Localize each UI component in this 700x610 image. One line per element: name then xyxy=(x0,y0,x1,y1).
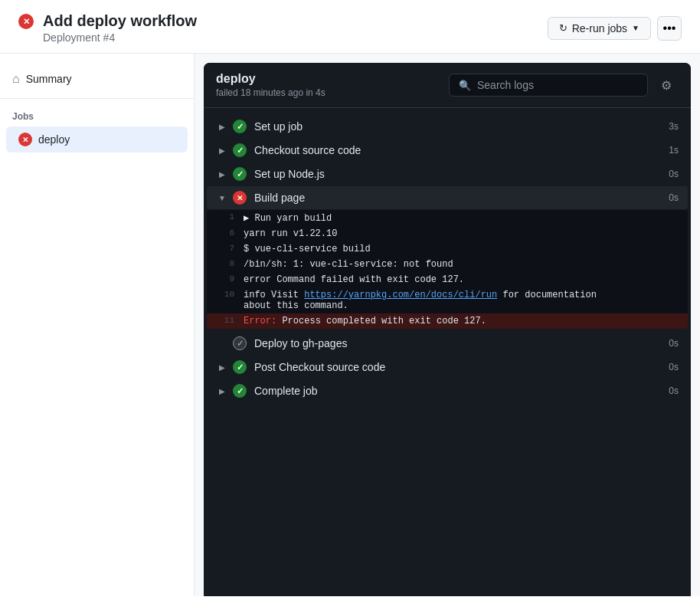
line-number: 9 xyxy=(207,273,244,285)
step-time-setup-job: 3s xyxy=(669,121,679,132)
step-skipped-icon xyxy=(233,336,247,350)
step-name-deploy-gh-pages: Deploy to gh-pages xyxy=(254,337,662,349)
line-content: /bin/sh: 1: vue-cli-service: not found xyxy=(244,257,688,271)
line-content: Error: Process completed with exit code … xyxy=(244,314,688,328)
step-time-post-checkout: 0s xyxy=(669,362,679,372)
log-header-controls: 🔍 ⚙ xyxy=(449,73,679,97)
sidebar-item-summary[interactable]: ⌂ Summary xyxy=(0,66,194,92)
error-label: Error: xyxy=(244,316,276,326)
more-options-button[interactable]: ••• xyxy=(657,16,682,41)
log-title-group: deploy failed 18 minutes ago in 4s xyxy=(216,72,325,98)
deploy-job-label: deploy xyxy=(38,133,70,146)
main-content: deploy failed 18 minutes ago in 4s 🔍 ⚙ xyxy=(195,54,700,596)
log-panel-header: deploy failed 18 minutes ago in 4s 🔍 ⚙ xyxy=(204,63,691,108)
rerun-dropdown-arrow: ▼ xyxy=(632,24,639,32)
step-error-icon xyxy=(233,191,247,205)
chevron-right-icon: ▶ xyxy=(216,168,228,180)
log-line-7: 7 $ vue-cli-service build xyxy=(207,241,688,257)
line-number: 8 xyxy=(207,257,244,270)
rerun-label: Re-run jobs xyxy=(572,22,627,34)
chevron-down-icon: ▼ xyxy=(216,192,228,204)
chevron-right-icon: ▶ xyxy=(216,361,228,373)
rerun-icon: ↻ xyxy=(559,22,568,34)
log-job-status: failed 18 minutes ago in 4s xyxy=(216,87,325,98)
step-success-icon xyxy=(233,384,247,398)
step-name-complete-job: Complete job xyxy=(254,385,662,397)
line-number: 6 xyxy=(207,227,244,239)
log-line-9: 9 error Command failed with exit code 12… xyxy=(207,272,688,287)
log-settings-button[interactable]: ⚙ xyxy=(654,73,679,97)
step-time-build-page: 0s xyxy=(669,192,679,203)
log-job-name: deploy xyxy=(216,72,325,86)
log-body: ▶ Set up job 3s ▶ Checkout source code 1… xyxy=(204,108,691,596)
sidebar-item-deploy[interactable]: deploy xyxy=(6,126,188,152)
log-line-10: 10 info Visit https://yarnpkg.com/en/doc… xyxy=(207,287,688,313)
line-number: 7 xyxy=(207,242,244,254)
step-name-setup-job: Set up job xyxy=(254,120,662,133)
line-content: error Command failed with exit code 127. xyxy=(244,273,688,287)
chevron-right-icon: ▶ xyxy=(216,385,228,397)
line-content: ▶ Run yarn build xyxy=(244,211,688,225)
step-setup-job[interactable]: ▶ Set up job 3s xyxy=(207,115,688,138)
chevron-right-icon: ▶ xyxy=(216,144,228,156)
gear-icon: ⚙ xyxy=(661,78,672,93)
search-logs-input[interactable] xyxy=(477,79,638,91)
step-success-icon xyxy=(233,120,247,133)
log-line-8: 8 /bin/sh: 1: vue-cli-service: not found xyxy=(207,257,688,272)
step-checkout[interactable]: ▶ Checkout source code 1s xyxy=(207,139,688,162)
header-title-group: Add deploy workflow Deployment #4 xyxy=(43,12,197,44)
main-layout: ⌂ Summary Jobs deploy deploy failed 18 m… xyxy=(0,54,700,596)
page-header: Add deploy workflow Deployment #4 ↻ Re-r… xyxy=(0,0,700,54)
search-logs-box[interactable]: 🔍 xyxy=(449,74,648,97)
step-setup-node[interactable]: ▶ Set up Node.js 0s xyxy=(207,162,688,185)
step-time-checkout: 1s xyxy=(669,145,679,156)
step-build-page[interactable]: ▼ Build page 0s xyxy=(207,186,688,209)
summary-label: Summary xyxy=(26,73,72,85)
rerun-jobs-button[interactable]: ↻ Re-run jobs ▼ xyxy=(548,17,651,40)
home-icon: ⌂ xyxy=(12,72,20,86)
step-success-icon xyxy=(233,360,247,374)
chevron-right-icon: ▶ xyxy=(216,120,228,133)
line-number: 10 xyxy=(207,288,244,300)
workflow-error-icon xyxy=(18,14,34,29)
header-left: Add deploy workflow Deployment #4 xyxy=(18,12,197,44)
line-content: $ vue-cli-service build xyxy=(244,242,688,256)
step-name-build-page: Build page xyxy=(254,192,662,204)
step-deploy-gh-pages[interactable]: ▶ Deploy to gh-pages 0s xyxy=(207,332,688,355)
step-post-checkout[interactable]: ▶ Post Checkout source code 0s xyxy=(207,356,688,379)
step-name-setup-node: Set up Node.js xyxy=(254,168,662,180)
log-line-6: 6 yarn run v1.22.10 xyxy=(207,226,688,241)
step-name-post-checkout: Post Checkout source code xyxy=(254,361,662,373)
page-subtitle: Deployment #4 xyxy=(43,31,197,44)
step-time-setup-node: 0s xyxy=(669,169,679,179)
log-panel: deploy failed 18 minutes ago in 4s 🔍 ⚙ xyxy=(204,63,691,596)
step-name-checkout: Checkout source code xyxy=(254,144,662,156)
step-complete-job[interactable]: ▶ Complete job 0s xyxy=(207,379,688,402)
log-line-11: 11 Error: Process completed with exit co… xyxy=(207,313,688,329)
page-title: Add deploy workflow xyxy=(43,12,197,30)
jobs-section-label: Jobs xyxy=(0,105,194,125)
line-content: info Visit https://yarnpkg.com/en/docs/c… xyxy=(244,288,688,313)
deploy-error-icon xyxy=(18,133,32,146)
more-icon: ••• xyxy=(663,21,676,35)
yarn-docs-link[interactable]: https://yarnpkg.com/en/docs/cli/run xyxy=(304,290,497,300)
sidebar-divider xyxy=(0,98,194,99)
line-content: yarn run v1.22.10 xyxy=(244,227,688,241)
line-number: 11 xyxy=(207,314,244,326)
build-page-log-lines: 1 ▶ Run yarn build 6 yarn run v1.22.10 7… xyxy=(207,210,688,329)
step-success-icon xyxy=(233,143,247,157)
step-success-icon xyxy=(233,167,247,181)
header-actions: ↻ Re-run jobs ▼ ••• xyxy=(548,16,682,41)
log-line-1: 1 ▶ Run yarn build xyxy=(207,210,688,226)
step-time-complete-job: 0s xyxy=(669,385,679,396)
sidebar: ⌂ Summary Jobs deploy xyxy=(0,54,195,596)
search-icon: 🔍 xyxy=(459,80,471,91)
line-number: 1 xyxy=(207,211,244,223)
step-time-deploy-gh-pages: 0s xyxy=(669,338,679,349)
